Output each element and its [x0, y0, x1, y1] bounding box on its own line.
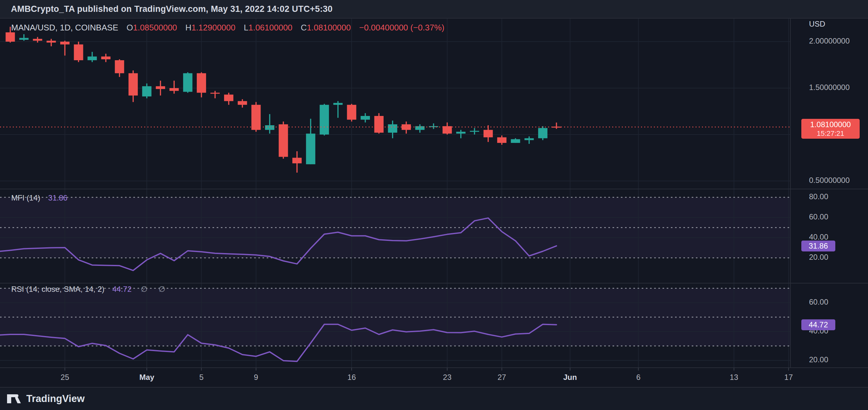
legend-ohlc-letter: C	[301, 23, 307, 32]
candle[interactable]	[156, 86, 165, 89]
candle[interactable]	[115, 60, 124, 73]
legend-ohlc-value: 1.08100000	[307, 23, 351, 32]
candle[interactable]	[101, 56, 111, 59]
candle[interactable]	[211, 93, 220, 94]
candle[interactable]	[46, 41, 56, 43]
mfi-axis-label: 20.00	[809, 253, 828, 261]
mfi-axis-label: 80.00	[809, 192, 828, 201]
candle[interactable]	[538, 128, 548, 138]
mfi-title[interactable]: MFI (14)	[11, 194, 40, 202]
rsi-axis-label: 20.00	[809, 355, 828, 364]
publish-header: AMBCrypto_TA published on TradingView.co…	[0, 0, 868, 18]
mfi-legend[interactable]: MFI (14) 31.86	[11, 194, 67, 202]
price-axis-label: 0.50000000	[809, 176, 850, 184]
mfi-axis-label: 40.00	[809, 233, 828, 241]
candle[interactable]	[33, 39, 42, 41]
legend-ohlc-letter: O	[127, 23, 133, 32]
candle[interactable]	[183, 73, 192, 92]
candle[interactable]	[128, 73, 138, 96]
candle[interactable]	[361, 116, 370, 120]
rsi-axis-label: 60.00	[809, 298, 828, 306]
candle[interactable]	[238, 101, 247, 105]
candle[interactable]	[74, 44, 83, 60]
candle[interactable]	[374, 116, 384, 133]
time-axis-label: 13	[730, 373, 738, 381]
candle[interactable]	[402, 124, 411, 130]
legend-ohlc-value: 1.08500000	[133, 23, 177, 32]
candle[interactable]	[524, 138, 534, 140]
time-axis-label: 16	[347, 373, 356, 381]
legend-ohlc-letter: L	[244, 23, 248, 32]
legend-change-value: −0.00400000 (−0.37%)	[359, 23, 444, 32]
main-pane-legend[interactable]: MANA/USD, 1D, COINBASEO1.08500000H1.1290…	[11, 23, 444, 33]
rsi-title[interactable]: RSI (14, close, SMA, 14, 2)	[11, 285, 104, 294]
candle[interactable]	[169, 88, 179, 91]
rsi-value: 44.72	[112, 285, 131, 294]
candle[interactable]	[279, 124, 288, 157]
time-axis-label: 27	[497, 373, 506, 381]
time-axis-label: Jun	[563, 373, 577, 381]
tradingview-published-chart: AMBCrypto_TA published on TradingView.co…	[0, 0, 868, 410]
time-axis-label: 6	[636, 373, 641, 381]
chart-canvas[interactable]: USD2.000000001.500000000.5000000080.0060…	[0, 18, 868, 387]
last-price-value: 1.08100000	[801, 120, 860, 129]
time-axis-label: 25	[61, 373, 69, 381]
time-axis-label: 23	[443, 373, 452, 381]
publish-title: AMBCrypto_TA published on TradingView.co…	[11, 4, 333, 14]
tradingview-footer[interactable]: TradingView	[0, 387, 868, 410]
legend-ohlc-value: 1.12900000	[191, 23, 235, 32]
tradingview-brand-text[interactable]: TradingView	[26, 393, 85, 405]
time-axis-label: 17	[784, 373, 793, 381]
candle[interactable]	[306, 134, 315, 164]
candle[interactable]	[443, 126, 452, 134]
time-axis-label: May	[140, 373, 155, 381]
candle[interactable]	[552, 127, 561, 128]
candle[interactable]	[333, 103, 343, 105]
candle[interactable]	[319, 105, 329, 135]
candle[interactable]	[6, 32, 15, 42]
price-axis-label: 2.00000000	[809, 36, 850, 45]
candle[interactable]	[224, 95, 234, 101]
candle[interactable]	[470, 131, 479, 132]
candle[interactable]	[197, 73, 206, 93]
tradingview-logo-icon[interactable]	[6, 392, 21, 405]
mfi-axis-badge: 31.86	[801, 241, 835, 251]
candle[interactable]	[142, 86, 152, 96]
mfi-axis-label: 60.00	[809, 212, 828, 221]
mfi-value: 31.86	[48, 194, 67, 202]
time-axis-label: 9	[254, 373, 258, 381]
time-axis-label: 5	[199, 373, 204, 381]
candle[interactable]	[292, 158, 302, 163]
candle[interactable]	[265, 125, 274, 130]
rsi-hidden-values: ∅ ∅	[141, 285, 169, 294]
candle[interactable]	[511, 139, 520, 143]
last-price-badge: 1.08100000 15:27:21	[801, 119, 860, 139]
rsi-axis-badge: 44.72	[801, 319, 835, 330]
candle[interactable]	[88, 56, 97, 60]
legend-ohlc-letter: H	[185, 23, 191, 32]
candle[interactable]	[388, 124, 397, 133]
candle[interactable]	[484, 130, 493, 137]
candle[interactable]	[19, 38, 29, 40]
candle[interactable]	[497, 137, 506, 143]
bar-countdown: 15:27:21	[801, 129, 860, 138]
candle[interactable]	[456, 132, 465, 134]
candle[interactable]	[60, 42, 69, 44]
price-axis-label: 1.50000000	[809, 83, 850, 92]
symbol-description[interactable]: MANA/USD, 1D, COINBASE	[11, 23, 118, 32]
legend-ohlc-value: 1.06100000	[248, 23, 292, 32]
candle[interactable]	[347, 105, 356, 119]
candle[interactable]	[251, 105, 260, 130]
rsi-legend[interactable]: RSI (14, close, SMA, 14, 2) 44.72 ∅ ∅	[11, 285, 170, 294]
axis-currency-label: USD	[809, 20, 825, 28]
